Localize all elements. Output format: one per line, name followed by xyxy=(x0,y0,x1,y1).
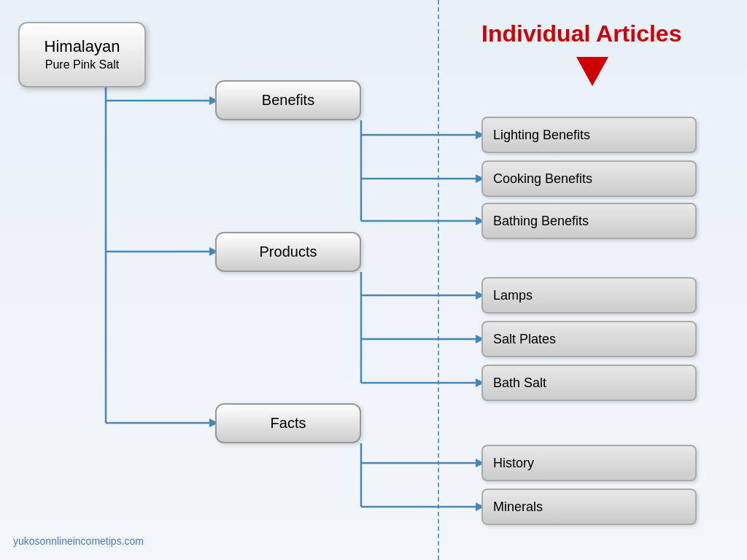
cooking-benefits-node[interactable]: Cooking Benefits xyxy=(481,160,697,197)
watermark: yukosonnlineincometips.com xyxy=(13,535,144,547)
history-label: History xyxy=(493,456,534,471)
bathing-label: Bathing Benefits xyxy=(493,214,589,229)
products-label: Products xyxy=(260,244,317,260)
lamps-node[interactable]: Lamps xyxy=(481,277,697,314)
header-text: Individual Articles xyxy=(481,20,681,47)
individual-articles-label: Individual Articles xyxy=(481,20,681,47)
facts-label: Facts xyxy=(271,415,306,432)
watermark-text: yukosonnlineincometips.com xyxy=(13,535,144,547)
lamps-label: Lamps xyxy=(493,288,533,303)
cooking-label: Cooking Benefits xyxy=(493,171,592,187)
lighting-label: Lighting Benefits xyxy=(493,128,590,143)
vertical-divider xyxy=(438,0,439,560)
root-node[interactable]: Himalayan Pure Pink Salt xyxy=(18,22,146,88)
salt-plates-node[interactable]: Salt Plates xyxy=(481,321,697,357)
lighting-benefits-node[interactable]: Lighting Benefits xyxy=(481,117,697,153)
benefits-node[interactable]: Benefits xyxy=(215,80,361,120)
facts-node[interactable]: Facts xyxy=(215,403,361,443)
minerals-node[interactable]: Minerals xyxy=(481,489,697,525)
benefits-label: Benefits xyxy=(262,92,314,109)
root-title: Himalayan xyxy=(44,36,120,58)
saltplates-label: Salt Plates xyxy=(493,332,556,347)
minerals-label: Minerals xyxy=(493,499,543,515)
diagram-container: Individual Articles xyxy=(0,0,747,560)
root-subtitle: Pure Pink Salt xyxy=(45,58,119,73)
history-node[interactable]: History xyxy=(481,445,697,481)
bathsalt-label: Bath Salt xyxy=(493,376,546,391)
bath-salt-node[interactable]: Bath Salt xyxy=(481,365,697,401)
products-node[interactable]: Products xyxy=(215,232,361,272)
arrow-down-icon xyxy=(576,57,608,86)
bathing-benefits-node[interactable]: Bathing Benefits xyxy=(481,203,697,239)
